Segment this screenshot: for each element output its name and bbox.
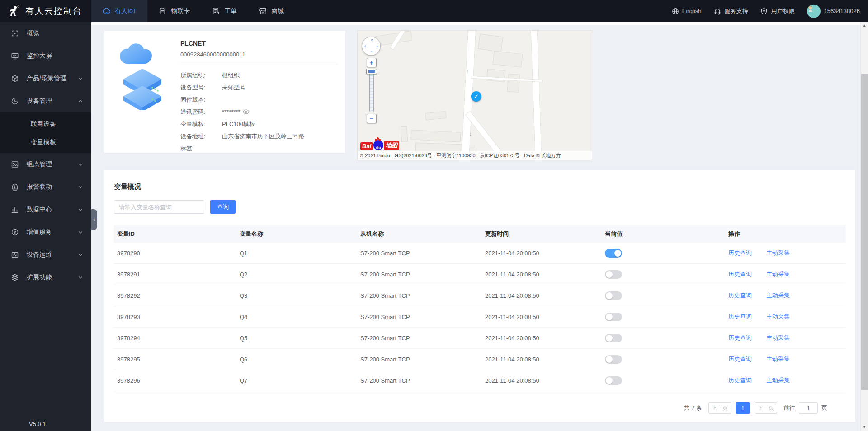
current-value-toggle[interactable] bbox=[605, 376, 622, 385]
device-location-marker[interactable]: ✓ bbox=[471, 91, 481, 102]
map-road bbox=[530, 30, 542, 160]
cell-variable-id: 3978294 bbox=[114, 335, 240, 342]
field-value: ******** bbox=[222, 108, 250, 115]
map-pan-control[interactable]: ⌃ ⌄ ‹ › bbox=[362, 37, 381, 56]
sidebar-item-overview[interactable]: 概览 bbox=[0, 22, 91, 45]
history-query-link[interactable]: 历史查询 bbox=[728, 249, 752, 257]
map-zoom-slider-thumb[interactable] bbox=[366, 69, 377, 74]
variable-search-row: 查询 bbox=[114, 200, 846, 214]
tab-label: 物联卡 bbox=[171, 7, 190, 15]
active-collect-link[interactable]: 主动采集 bbox=[766, 355, 790, 363]
avatar[interactable] bbox=[807, 5, 821, 18]
cell-variable-id: 3978290 bbox=[114, 250, 240, 257]
field-value: 根组织 bbox=[222, 71, 240, 80]
sidebar-item-value-added-services[interactable]: 增值服务 bbox=[0, 221, 91, 244]
map-building bbox=[478, 34, 503, 52]
field-value: PLC100模板 bbox=[222, 120, 255, 128]
sidebar-item-data-center[interactable]: 数据中心 bbox=[0, 198, 91, 221]
shield-icon bbox=[760, 8, 768, 15]
show-password-eye-icon[interactable] bbox=[243, 109, 250, 114]
map-zoom-slider-track[interactable] bbox=[369, 71, 374, 112]
field-label: 设备地址: bbox=[180, 132, 222, 141]
pan-left-arrow[interactable]: ‹ bbox=[364, 44, 366, 49]
next-page-button[interactable]: 下一页 bbox=[755, 402, 777, 414]
history-query-link[interactable]: 历史查询 bbox=[728, 270, 752, 278]
sidebar-item-connected-devices[interactable]: 联网设备 bbox=[0, 115, 91, 133]
field-label: 通讯密码: bbox=[180, 108, 222, 116]
sidebar-item-label: 增值服务 bbox=[27, 228, 78, 236]
history-query-link[interactable]: 历史查询 bbox=[728, 376, 752, 384]
sidebar-item-monitor-screen[interactable]: 监控大屏 bbox=[0, 45, 91, 67]
current-value-toggle[interactable] bbox=[605, 291, 622, 300]
storefront-icon bbox=[259, 7, 267, 15]
history-query-link[interactable]: 历史查询 bbox=[728, 291, 752, 300]
work-order-icon bbox=[212, 7, 220, 15]
pan-down-arrow[interactable]: ⌄ bbox=[370, 48, 374, 53]
history-query-link[interactable]: 历史查询 bbox=[728, 313, 752, 321]
goto-page-suffix: 页 bbox=[821, 404, 827, 412]
account[interactable]: 15634138026 bbox=[807, 5, 860, 18]
scrollbar-thumb[interactable] bbox=[861, 74, 868, 390]
map-building bbox=[493, 51, 523, 68]
app-version: V5.0.1 bbox=[29, 421, 46, 427]
toggle-knob bbox=[606, 271, 613, 278]
service-support[interactable]: 服务支持 bbox=[714, 7, 748, 15]
active-collect-link[interactable]: 主动采集 bbox=[766, 270, 790, 278]
user-permissions[interactable]: 用户权限 bbox=[760, 7, 794, 15]
active-collect-link[interactable]: 主动采集 bbox=[766, 376, 790, 384]
active-collect-link[interactable]: 主动采集 bbox=[766, 334, 790, 342]
sidebar-collapse-handle[interactable]: ‹ bbox=[91, 209, 97, 230]
headset-icon bbox=[714, 8, 721, 15]
cell-update-time: 2021-11-04 20:08:50 bbox=[485, 335, 605, 342]
sidebar-item-device-management[interactable]: 设备管理 bbox=[0, 90, 91, 112]
tab-iot-card[interactable]: 物联卡 bbox=[147, 0, 201, 22]
tab-usr-iot[interactable]: 有人IoT bbox=[91, 0, 147, 22]
search-button[interactable]: 查询 bbox=[210, 200, 236, 214]
current-value-toggle[interactable] bbox=[605, 334, 622, 342]
prev-page-button[interactable]: 上一页 bbox=[708, 402, 731, 414]
scrollbar-down-arrow[interactable]: ▼ bbox=[861, 424, 868, 431]
tab-work-order[interactable]: 工单 bbox=[201, 0, 248, 22]
service-support-label: 服务支持 bbox=[724, 7, 748, 15]
current-value-toggle[interactable] bbox=[605, 355, 622, 364]
cell-variable-id: 3978296 bbox=[114, 377, 240, 384]
history-query-link[interactable]: 历史查询 bbox=[728, 355, 752, 363]
content-top-strip bbox=[91, 22, 860, 25]
map-zoom-in-button[interactable]: + bbox=[367, 58, 377, 67]
pan-up-arrow[interactable]: ⌃ bbox=[370, 39, 374, 44]
brand-area[interactable]: 有人云控制台 bbox=[0, 0, 91, 22]
sidebar-item-label: 概览 bbox=[27, 29, 83, 37]
variable-search-input[interactable] bbox=[114, 200, 204, 214]
toggle-knob bbox=[614, 250, 621, 257]
device-name: PLCNET bbox=[180, 40, 338, 47]
language-switch[interactable]: English bbox=[672, 8, 702, 15]
history-query-link[interactable]: 历史查询 bbox=[728, 334, 752, 342]
sidebar-item-variable-template[interactable]: 变量模板 bbox=[0, 133, 91, 151]
cell-slave-name: S7-200 Smart TCP bbox=[360, 377, 485, 384]
baidu-map[interactable]: ↑ ↓ ⌃ ⌄ ‹ › + − ✓ Bai du 地图 © 2021 Baidu… bbox=[358, 31, 592, 160]
chevron-down-icon bbox=[78, 252, 83, 258]
active-collect-link[interactable]: 主动采集 bbox=[766, 291, 790, 300]
sidebar-item-alarm-linkage[interactable]: 报警联动 bbox=[0, 176, 91, 198]
pan-right-arrow[interactable]: › bbox=[376, 44, 378, 49]
current-value-toggle[interactable] bbox=[605, 270, 622, 279]
sidebar-item-scada[interactable]: 组态管理 bbox=[0, 153, 91, 176]
map-zoom-out-button[interactable]: − bbox=[367, 114, 377, 123]
scrollbar-up-arrow[interactable]: ▲ bbox=[861, 22, 868, 29]
current-value-toggle[interactable] bbox=[605, 249, 622, 258]
page-number-button[interactable]: 1 bbox=[736, 402, 750, 414]
active-collect-link[interactable]: 主动采集 bbox=[766, 313, 790, 321]
vertical-scrollbar[interactable]: ▲ ▼ bbox=[860, 22, 868, 431]
sidebar-item-extensions[interactable]: 扩展功能 bbox=[0, 266, 91, 289]
tab-mall[interactable]: 商城 bbox=[248, 0, 295, 22]
sidebar-item-product-scene[interactable]: 产品/场景管理 bbox=[0, 67, 91, 90]
current-value-toggle[interactable] bbox=[605, 313, 622, 321]
active-collect-link[interactable]: 主动采集 bbox=[766, 249, 790, 257]
sidebar-item-device-ops[interactable]: 设备运维 bbox=[0, 244, 91, 266]
tab-label: 商城 bbox=[271, 7, 284, 15]
goto-page-input[interactable] bbox=[799, 402, 818, 414]
cell-variable-id: 3978293 bbox=[114, 314, 240, 320]
top-tabs: 有人IoT 物联卡 工单 商城 bbox=[91, 0, 295, 22]
table-row: 3978291 Q2 S7-200 Smart TCP 2021-11-04 2… bbox=[114, 264, 846, 285]
field-label: 设备型号: bbox=[180, 84, 222, 92]
